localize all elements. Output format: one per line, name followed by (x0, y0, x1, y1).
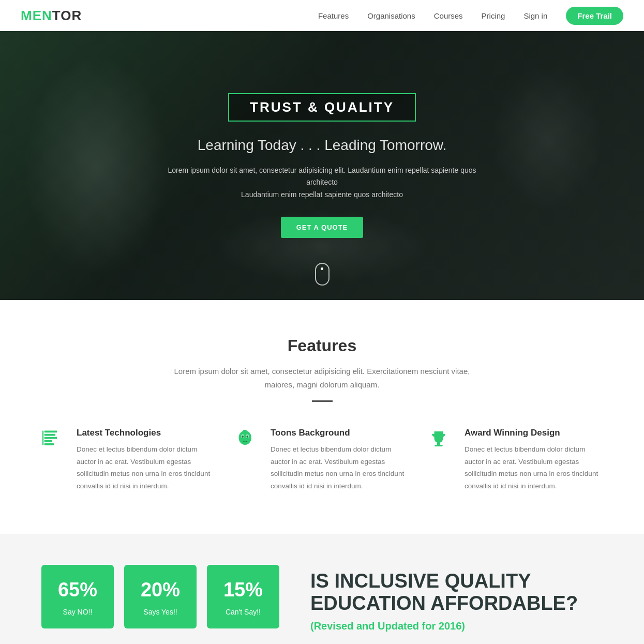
feature-1-text: Latest Technologies Donec et lectus bibe… (77, 428, 215, 492)
svg-rect-0 (44, 431, 57, 433)
get-quote-button[interactable]: GET A QUOTE (281, 217, 364, 238)
svg-point-9 (242, 436, 244, 438)
toons-icon (235, 430, 260, 454)
feature-3-desc: Donec et lectus bibendum dolor dictum au… (465, 443, 603, 492)
svg-rect-1 (44, 434, 55, 436)
stat-2-label: Says Yes!! (129, 608, 191, 616)
nav-pricing[interactable]: Pricing (482, 11, 505, 20)
stat-3-percent: 15% (212, 579, 274, 601)
feature-1-desc: Donec et lectus bibendum dolor dictum au… (77, 443, 215, 492)
hero-badge-text: TRUST & QUALITY (250, 99, 394, 115)
feature-3-text: Award Winning Design Donec et lectus bib… (465, 428, 603, 492)
logo: MENTOR (21, 8, 82, 24)
stats-cards: 65% Say NO!! 20% Says Yes!! 15% Can't Sa… (41, 565, 279, 629)
svg-rect-2 (44, 437, 57, 439)
features-title: Features (41, 336, 603, 355)
stats-highlight: (Revised and Updated for 2016) (310, 620, 578, 632)
features-section: Features Lorem ipsum dolor sit amet, con… (0, 300, 644, 534)
stat-card-3: 15% Can't Say!! (207, 565, 279, 629)
trophy-icon (429, 430, 454, 454)
nav-links: Features Organisations Courses Pricing S… (318, 7, 623, 25)
hero-section: TRUST & QUALITY Learning Today . . . Lea… (0, 31, 644, 300)
stat-card-2: 20% Says Yes!! (124, 565, 197, 629)
feature-3-title: Award Winning Design (465, 428, 603, 438)
svg-rect-5 (42, 431, 43, 445)
nav-organisations[interactable]: Organisations (367, 11, 415, 20)
svg-rect-3 (44, 440, 52, 442)
feature-item-1: Latest Technologies Donec et lectus bibe… (41, 428, 215, 492)
stats-heading: IS INCLUSIVE QUALITY EDUCATION AFFORDABL… (310, 570, 578, 615)
feature-item-2: Toons Background Donec et lectus bibendu… (235, 428, 409, 492)
stats-section: 65% Say NO!! 20% Says Yes!! 15% Can't Sa… (0, 534, 644, 645)
feature-1-title: Latest Technologies (77, 428, 215, 438)
nav-signin[interactable]: Sign in (523, 11, 547, 20)
stat-1-percent: 65% (47, 579, 109, 601)
features-subtitle: Lorem ipsum dolor sit amet, consectetur … (167, 365, 477, 391)
features-grid: Latest Technologies Donec et lectus bibe… (41, 428, 603, 492)
hero-description: Lorem ipsum dolor sit amet, consectetur … (152, 164, 493, 201)
hero-badge: TRUST & QUALITY (228, 93, 416, 122)
navbar: MENTOR Features Organisations Courses Pr… (0, 0, 644, 31)
nav-courses[interactable]: Courses (434, 11, 463, 20)
stat-2-percent: 20% (129, 579, 191, 601)
scroll-indicator (315, 263, 330, 286)
nav-features[interactable]: Features (318, 11, 349, 20)
section-divider (312, 400, 333, 402)
svg-rect-12 (437, 442, 440, 445)
stat-3-label: Can't Say!! (212, 608, 274, 616)
svg-rect-4 (44, 443, 54, 445)
stat-card-1: 65% Say NO!! (41, 565, 114, 629)
svg-point-10 (246, 436, 248, 438)
stats-text: IS INCLUSIVE QUALITY EDUCATION AFFORDABL… (279, 565, 578, 632)
free-trail-button[interactable]: Free Trail (566, 7, 623, 25)
feature-2-desc: Donec et lectus bibendum dolor dictum au… (271, 443, 409, 492)
feature-item-3: Award Winning Design Donec et lectus bib… (429, 428, 603, 492)
stat-1-label: Say NO!! (47, 608, 109, 616)
css3-icon (41, 430, 66, 454)
feature-2-title: Toons Background (271, 428, 409, 438)
hero-subtitle: Learning Today . . . Leading Tomorrow. (152, 136, 493, 155)
hero-content: TRUST & QUALITY Learning Today . . . Lea… (141, 93, 503, 238)
logo-tor: TOR (52, 8, 82, 23)
logo-men: MEN (21, 8, 52, 23)
feature-2-text: Toons Background Donec et lectus bibendu… (271, 428, 409, 492)
svg-rect-13 (435, 445, 442, 446)
